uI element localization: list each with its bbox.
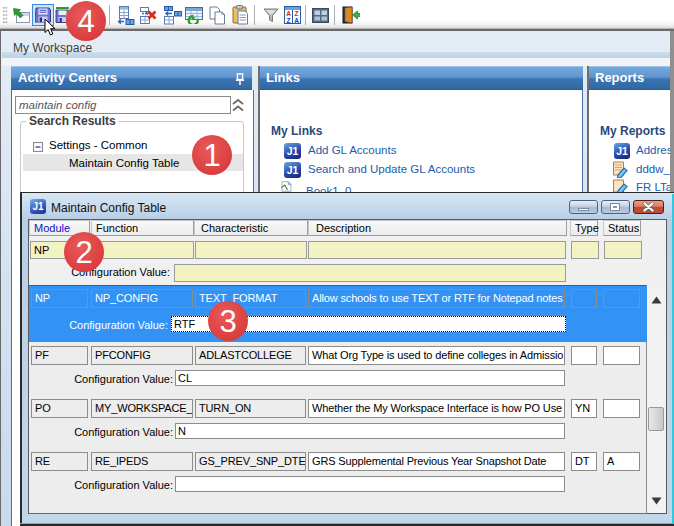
- svg-text:Z: Z: [287, 17, 291, 24]
- svg-text:A: A: [294, 17, 299, 24]
